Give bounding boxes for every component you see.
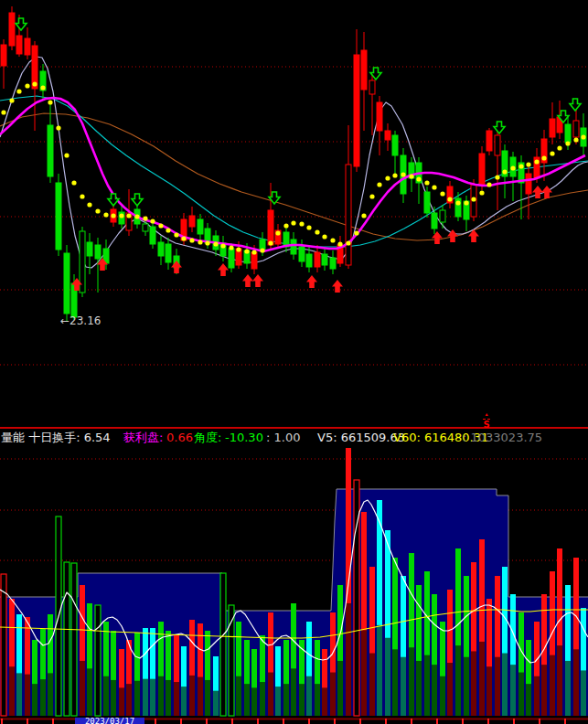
volume-bar-base	[440, 676, 445, 716]
candle-body	[424, 192, 430, 213]
volume-bar-base	[119, 687, 124, 716]
candle-body	[322, 254, 327, 265]
yellow-dot	[150, 218, 155, 223]
yellow-dot	[134, 214, 139, 218]
volume-bar	[71, 563, 77, 716]
yellow-dot	[440, 191, 444, 196]
yellow-dot	[126, 213, 131, 218]
yellow-dot	[71, 180, 76, 185]
volume-bar-base	[275, 687, 281, 716]
volume-bar-base	[432, 665, 437, 716]
candle-body	[1, 45, 6, 66]
yellow-dot	[244, 249, 249, 253]
volume-bar-base	[16, 673, 22, 716]
axis-date-label: 2023/03/17	[75, 718, 144, 724]
yellow-dot	[143, 216, 147, 220]
candle-body	[432, 213, 437, 229]
volume-bar-base	[471, 651, 476, 716]
yellow-dot	[337, 241, 342, 246]
volume-bar-base	[385, 638, 390, 716]
yellow-dot	[495, 175, 499, 179]
yellow-dot	[291, 220, 295, 225]
volume-bar-base	[377, 625, 382, 716]
candle-body	[346, 165, 351, 265]
chart-canvas[interactable]	[0, 0, 588, 724]
yellow-dot	[25, 83, 29, 88]
candle-body	[354, 55, 359, 166]
volume-bar-base	[87, 668, 92, 716]
yellow-dot	[464, 200, 468, 205]
buy-arrow-icon	[242, 274, 253, 287]
volume-bar-base	[315, 684, 320, 716]
volume-bar-base	[510, 665, 516, 716]
sell-arrow-icon	[570, 99, 581, 111]
volume-bar-base	[322, 687, 327, 716]
candle-body	[573, 121, 579, 137]
yellow-dot	[354, 230, 358, 235]
volume-bar-base	[174, 682, 179, 716]
candle-body	[48, 125, 53, 176]
volume-bar-base	[166, 680, 171, 716]
volume-bar-base	[198, 677, 203, 716]
yellow-dot	[346, 240, 350, 245]
indicator-angle-label: 角度:	[194, 430, 221, 445]
indicator-volume-turnover: 量能 十日换手: 6.54	[1, 430, 111, 445]
yellow-dot	[95, 208, 100, 213]
signal-pointer-icon: ▴	[480, 411, 493, 416]
yellow-dot	[32, 81, 37, 86]
yellow-dot	[541, 155, 546, 160]
volume-bar-base	[479, 642, 485, 716]
price-low-annotation: ←23.16	[60, 314, 101, 327]
volume-bar-base	[80, 661, 85, 716]
yellow-dot	[174, 232, 178, 237]
yellow-dot	[198, 240, 202, 244]
sell-arrow-icon	[494, 122, 505, 133]
yellow-dot	[213, 241, 218, 246]
yellow-dot	[56, 125, 60, 130]
yellow-dot	[502, 169, 507, 174]
candle-body	[87, 242, 92, 256]
sell-arrow-icon	[132, 194, 143, 206]
volume-bar-base	[32, 684, 37, 716]
buy-arrow-icon	[432, 231, 443, 244]
yellow-dot	[119, 213, 123, 218]
volume-bar-base	[158, 676, 164, 716]
yellow-dot	[205, 240, 209, 245]
volume-bar	[64, 562, 69, 716]
volume-bar-base	[573, 649, 579, 716]
yellow-dot	[409, 174, 413, 178]
yellow-dot	[315, 229, 319, 234]
indicator-status-bar: 量能 十日换手: 6.54 获利盘: 0.66 角度: -10.30 : 1.0…	[0, 430, 588, 446]
yellow-dot	[479, 190, 484, 195]
candle-body	[565, 124, 571, 143]
candle-body	[268, 210, 273, 245]
volume-bar-base	[306, 676, 312, 716]
volume-bar-base	[550, 655, 555, 716]
yellow-dot	[486, 182, 491, 186]
volume-bar-base	[40, 679, 46, 716]
volume-bar-base	[103, 676, 109, 716]
volume-bar-base	[557, 645, 562, 716]
yellow-dot	[260, 248, 264, 252]
volume-bar-base	[447, 663, 453, 716]
yellow-dot	[322, 234, 326, 239]
yellow-dot	[158, 223, 163, 228]
candle-body	[16, 36, 22, 54]
buy-arrow-icon	[332, 280, 343, 293]
yellow-dot	[40, 85, 45, 90]
volume-bar-base	[213, 691, 219, 716]
yellow-dot	[87, 202, 91, 207]
yellow-dot	[550, 151, 554, 155]
candle-body	[486, 131, 492, 151]
volume-bar	[220, 573, 226, 716]
sell-arrow-icon	[16, 18, 27, 30]
yellow-dot	[111, 213, 115, 218]
volume-bar-base	[565, 661, 571, 716]
candle-body	[64, 253, 69, 314]
volume-bar-base	[337, 661, 343, 716]
volume-bar-base	[361, 630, 367, 716]
candle-body	[229, 249, 234, 268]
tdx-stock-chart-window: ←23.16 ▴ S 量能 十日换手: 6.54 获利盘: 0.66 角度: -…	[0, 0, 588, 724]
volume-bar-base	[291, 668, 296, 716]
yellow-dot	[283, 223, 288, 228]
